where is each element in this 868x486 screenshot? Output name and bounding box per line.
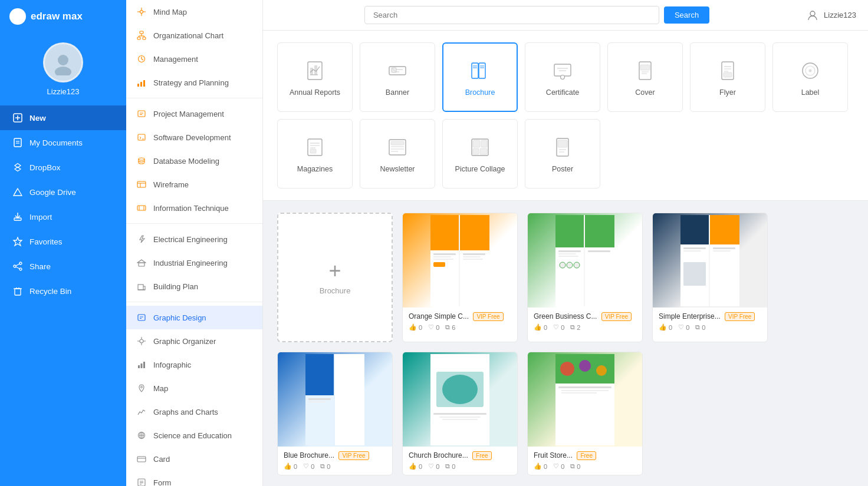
middle-item-science[interactable]: Science and Education	[126, 424, 262, 447]
template-enterprise-info: Simple Enterprise... VIP Free 👍 0 ♡ 0 ⧉ …	[653, 308, 767, 336]
middle-item-card[interactable]: Card	[126, 447, 262, 471]
copy-count-blue: ⧉ 0	[320, 462, 330, 470]
sidebar-item-import[interactable]: Import	[0, 204, 126, 229]
template-green[interactable]: Green Business C... VIP Free 👍 0 ♡ 0 ⧉ 2	[527, 213, 643, 342]
category-banner-label: Banner	[386, 88, 409, 97]
template-orange-badge: VIP Free	[473, 312, 503, 321]
category-cover[interactable]: Cover	[607, 42, 683, 112]
star-icon	[12, 236, 24, 247]
copy-count: ⧉ 6	[445, 323, 455, 331]
svg-rect-55	[138, 285, 143, 290]
category-flyer[interactable]: Flyer	[690, 42, 765, 112]
sidebar-item-dropbox[interactable]: DropBox	[0, 155, 126, 180]
category-brochure[interactable]: Brochure	[442, 42, 518, 112]
category-newsletter[interactable]: Newsletter	[360, 119, 435, 189]
copy-count-fruit: ⧉ 0	[570, 462, 580, 470]
template-fruit-actions: 👍 0 ♡ 0 ⧉ 0	[534, 462, 636, 470]
like-count-fruit: 👍 0	[534, 462, 547, 470]
search-button[interactable]: Search	[664, 6, 709, 24]
user-avatar-icon	[806, 9, 819, 22]
category-magazines[interactable]: Magazines	[277, 119, 353, 189]
svg-rect-147	[558, 250, 581, 252]
top-bar: Search Lizzie123	[263, 0, 868, 31]
heart-count: ♡ 0	[428, 323, 439, 331]
category-picture-collage[interactable]: Picture Collage	[442, 119, 518, 189]
svg-point-15	[19, 268, 22, 270]
trash-icon	[12, 285, 24, 297]
middle-label-project-mgmt: Project Management	[153, 110, 224, 118]
middle-item-info-tech[interactable]: Information Technique	[126, 196, 262, 220]
middle-item-graphic-organizer[interactable]: Graphic Organizer	[126, 329, 262, 353]
heart-count-blue: ♡ 0	[303, 462, 314, 470]
category-certificate[interactable]: Certificate	[525, 42, 600, 112]
sidebar-item-favorites[interactable]: Favorites	[0, 229, 126, 254]
svg-rect-30	[143, 37, 146, 39]
svg-rect-160	[683, 250, 701, 252]
share-icon	[12, 260, 24, 272]
new-template-card[interactable]: + Brochure	[277, 213, 393, 342]
svg-rect-47	[137, 181, 146, 187]
svg-rect-146	[585, 215, 614, 247]
template-fruit[interactable]: Fruit Store... Free 👍 0 ♡ 0 ⧉ 0	[527, 352, 643, 475]
category-banner[interactable]: Banner	[360, 42, 435, 112]
sidebar-item-recycle-bin[interactable]: Recycle Bin	[0, 279, 126, 303]
template-teal[interactable]: Church Brochure... Free 👍 0 ♡ 0 ⧉ 0	[402, 352, 518, 475]
category-certificate-label: Certificate	[546, 88, 579, 97]
svg-rect-145	[555, 215, 584, 247]
middle-item-software-dev[interactable]: Software Development	[126, 125, 262, 149]
svg-rect-19	[15, 289, 21, 295]
app-name: edraw max	[31, 11, 83, 22]
svg-point-46	[139, 158, 144, 160]
middle-item-map[interactable]: Map	[126, 376, 262, 400]
template-blue[interactable]: Blue Brochure... VIP Free 👍 0 ♡ 0 ⧉ 0	[277, 352, 393, 475]
form-icon	[136, 477, 147, 486]
middle-item-building[interactable]: Building Plan	[126, 275, 262, 298]
middle-item-graphic-design[interactable]: Graphic Design	[126, 306, 262, 329]
category-label[interactable]: Label	[772, 42, 848, 112]
middle-item-infographic[interactable]: Infographic	[126, 353, 262, 376]
template-orange[interactable]: Orange Simple C... VIP Free 👍 0 ♡ 0 ⧉ 6	[402, 213, 518, 342]
map-icon	[136, 382, 147, 394]
sidebar-item-my-documents[interactable]: My Documents	[0, 130, 126, 155]
category-poster[interactable]: Poster	[525, 119, 600, 189]
middle-item-electrical[interactable]: Electrical Engineering	[126, 227, 262, 251]
category-cover-label: Cover	[635, 88, 655, 97]
user-menu[interactable]: Lizzie123	[806, 9, 856, 22]
svg-rect-162	[713, 250, 731, 252]
middle-label-wireframe: Wireframe	[153, 180, 189, 189]
template-green-actions: 👍 0 ♡ 0 ⧉ 2	[534, 323, 636, 331]
sidebar-item-share[interactable]: Share	[0, 254, 126, 279]
template-section: + Brochure	[263, 201, 868, 486]
svg-rect-187	[561, 392, 597, 394]
svg-rect-163	[683, 262, 706, 286]
management-icon	[136, 53, 147, 65]
heart-count-ent: ♡ 0	[678, 323, 689, 331]
template-enterprise[interactable]: Simple Enterprise... VIP Free 👍 0 ♡ 0 ⧉ …	[652, 213, 768, 342]
middle-item-org-chart[interactable]: Organizational Chart	[126, 24, 262, 47]
category-annual-reports[interactable]: Annual Reports	[277, 42, 353, 112]
middle-item-database[interactable]: Database Modeling	[126, 149, 262, 173]
middle-item-strategy[interactable]: Strategy and Planning	[126, 71, 262, 94]
middle-item-management[interactable]: Management	[126, 47, 262, 71]
svg-rect-117	[391, 141, 404, 145]
category-section: Annual Reports Banner Brochure Certifica…	[263, 31, 868, 201]
poster-icon	[550, 134, 576, 160]
middle-item-mind-map[interactable]: Mind Map	[126, 0, 262, 24]
strategy-icon	[136, 77, 147, 88]
svg-rect-107	[724, 72, 732, 77]
sidebar-item-new[interactable]: New	[0, 105, 126, 130]
sidebar-item-google-drive[interactable]: Google Drive	[0, 180, 126, 204]
template-teal-badge: Free	[472, 451, 492, 460]
svg-point-1	[58, 55, 68, 65]
middle-item-wireframe[interactable]: Wireframe	[126, 173, 262, 196]
middle-item-form[interactable]: Form	[126, 471, 262, 486]
svg-rect-139	[463, 253, 485, 255]
middle-item-project-mgmt[interactable]: Project Management	[126, 102, 262, 125]
search-input[interactable]	[364, 6, 659, 24]
middle-item-graphs-charts[interactable]: Graphs and Charts	[126, 400, 262, 424]
banner-icon	[384, 58, 410, 84]
new-icon	[12, 112, 24, 124]
middle-item-industrial[interactable]: Industrial Engineering	[126, 251, 262, 275]
svg-rect-40	[143, 80, 145, 87]
industrial-icon	[136, 257, 147, 269]
